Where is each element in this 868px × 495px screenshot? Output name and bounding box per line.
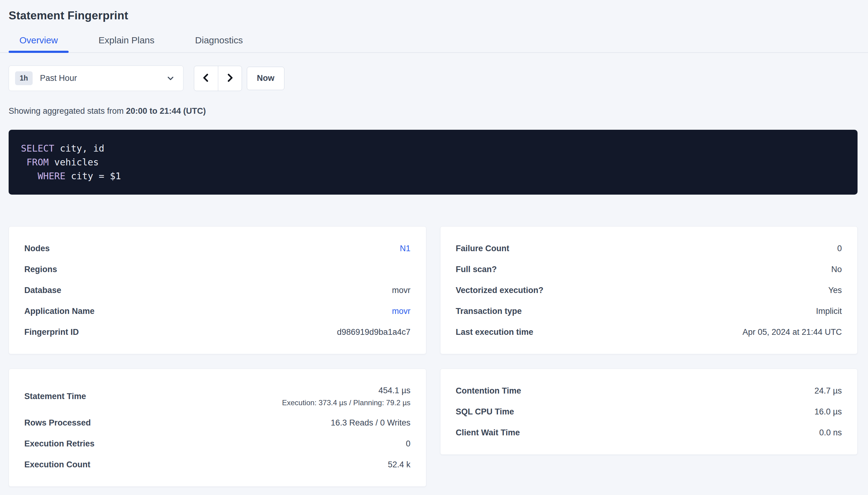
table-row: Execution Retries 0 (24, 433, 411, 454)
row-label: Execution Retries (24, 439, 95, 448)
sql-keyword: SELECT (21, 143, 54, 154)
row-label: Application Name (24, 307, 95, 316)
time-toolbar: 1h Past Hour Now (9, 66, 868, 91)
statement-details-card: Nodes N1 Regions Database movr Applicati… (9, 226, 426, 354)
previous-time-button[interactable] (194, 66, 218, 91)
timing-stats-card: Statement Time 454.1 µs Execution: 373.4… (9, 369, 426, 487)
chevron-left-icon (200, 72, 211, 84)
chevron-right-icon (224, 72, 235, 84)
tab-explain-plans[interactable]: Explain Plans (88, 31, 165, 52)
row-value: 16.0 µs (815, 407, 842, 416)
aggregated-stats-range: 20:00 to 21:44 (UTC) (126, 106, 206, 116)
row-label: Contention Time (456, 386, 521, 396)
table-row: Last execution time Apr 05, 2024 at 21:4… (456, 322, 842, 342)
time-range-select[interactable]: 1h Past Hour (9, 66, 183, 91)
row-label: Last execution time (456, 327, 534, 337)
table-row: Database movr (24, 280, 411, 301)
summary-cards: Nodes N1 Regions Database movr Applicati… (9, 226, 857, 487)
table-row: Transaction type Implicit (456, 301, 842, 322)
table-row: Contention Time 24.7 µs (456, 380, 842, 401)
row-label: Nodes (24, 244, 50, 253)
row-label: Regions (24, 265, 57, 274)
aggregated-stats-prefix: Showing aggregated stats from (9, 106, 126, 116)
row-label: Fingerprint ID (24, 327, 79, 337)
aggregated-stats-text: Showing aggregated stats from 20:00 to 2… (9, 106, 868, 116)
row-value: 0 (837, 244, 842, 253)
sql-line: FROM vehicles (21, 155, 845, 169)
row-label: Client Wait Time (456, 428, 520, 438)
row-label: Full scan? (456, 265, 497, 274)
row-value: movr (392, 286, 411, 295)
table-row: Nodes N1 (24, 238, 411, 259)
now-button[interactable]: Now (247, 67, 284, 90)
table-row: Execution Count 52.4 k (24, 454, 411, 475)
row-label: Database (24, 286, 61, 295)
row-value: Implicit (816, 307, 842, 316)
table-row: Rows Processed 16.3 Reads / 0 Writes (24, 412, 411, 433)
table-row: Regions (24, 259, 411, 280)
table-row: SQL CPU Time 16.0 µs (456, 401, 842, 422)
row-value: 0 (406, 439, 410, 448)
row-value: 24.7 µs (815, 386, 842, 396)
contention-stats-card: Contention Time 24.7 µs SQL CPU Time 16.… (440, 369, 858, 455)
row-label: Rows Processed (24, 418, 91, 428)
row-value: 454.1 µs (282, 386, 410, 395)
row-value: Yes (828, 286, 842, 295)
sql-keyword: FROM (27, 157, 49, 168)
row-subvalue: Execution: 373.4 µs / Planning: 79.2 µs (282, 398, 410, 407)
table-row: Vectorized execution? Yes (456, 280, 842, 301)
row-label: Execution Count (24, 460, 91, 470)
time-step-buttons (194, 66, 242, 91)
application-name-link[interactable]: movr (392, 307, 411, 316)
row-label: SQL CPU Time (456, 407, 514, 416)
sql-code-block: SELECT city, id FROM vehicles WHERE city… (9, 130, 857, 194)
chevron-down-icon (166, 74, 175, 83)
table-row: Fingerprint ID d986919d9ba1a4c7 (24, 322, 411, 342)
tab-bar: Overview Explain Plans Diagnostics (0, 31, 868, 53)
table-row: Application Name movr (24, 301, 411, 322)
table-row: Failure Count 0 (456, 238, 842, 259)
nodes-link[interactable]: N1 (400, 244, 411, 253)
tab-overview[interactable]: Overview (9, 31, 69, 52)
row-value: No (831, 265, 842, 274)
row-label: Vectorized execution? (456, 286, 544, 295)
tab-diagnostics[interactable]: Diagnostics (184, 31, 253, 52)
page-title: Statement Fingerprint (9, 9, 868, 22)
table-row: Client Wait Time 0.0 ns (456, 422, 842, 443)
row-value: 0.0 ns (819, 428, 842, 438)
statement-time-value: 454.1 µs Execution: 373.4 µs / Planning:… (282, 386, 410, 407)
row-label: Statement Time (24, 392, 86, 401)
sql-keyword: WHERE (37, 171, 65, 182)
row-value: 52.4 k (388, 460, 411, 470)
fingerprint-id-value: d986919d9ba1a4c7 (337, 327, 411, 337)
next-time-button[interactable] (218, 66, 242, 91)
row-label: Transaction type (456, 307, 522, 316)
sql-line: WHERE city = $1 (21, 169, 845, 183)
row-value: 16.3 Reads / 0 Writes (331, 418, 410, 428)
table-row: Full scan? No (456, 259, 842, 280)
time-range-label: Past Hour (40, 73, 77, 83)
sql-line: SELECT city, id (21, 141, 845, 155)
execution-attributes-card: Failure Count 0 Full scan? No Vectorized… (440, 226, 858, 354)
time-range-badge: 1h (15, 71, 33, 85)
table-row: Statement Time 454.1 µs Execution: 373.4… (24, 380, 411, 412)
row-label: Failure Count (456, 244, 509, 253)
last-execution-time-value: Apr 05, 2024 at 21:44 UTC (742, 327, 842, 337)
